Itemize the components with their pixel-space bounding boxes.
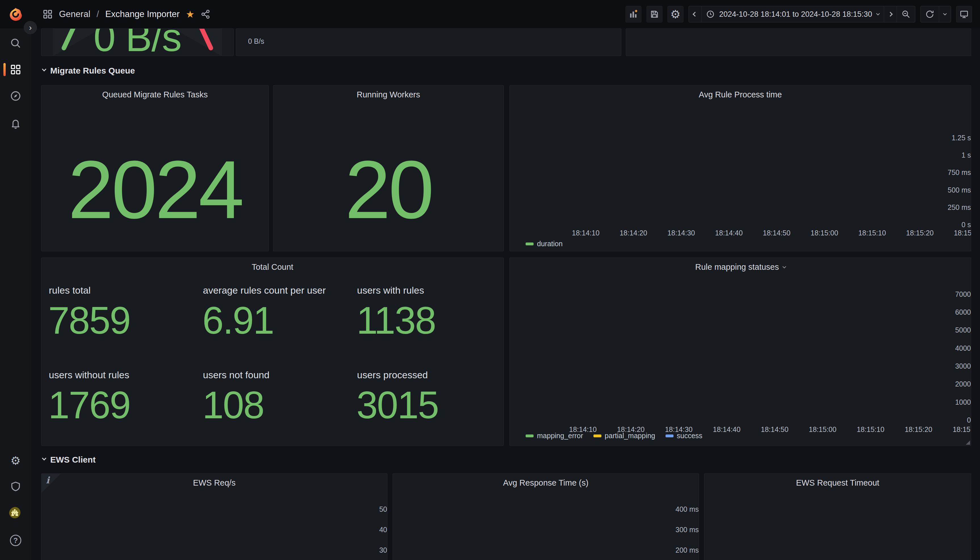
legend-item-success[interactable]: success [666, 432, 703, 440]
x-tick: 18:15:10 [858, 229, 886, 237]
breadcrumb-dashboard-title[interactable]: Exchange Importer [105, 9, 179, 19]
chevron-right-icon: › [29, 23, 32, 32]
ews-req-chart[interactable] [60, 489, 383, 560]
panel-title[interactable]: EWS Request Timeout [704, 478, 971, 488]
sidebar-item-configuration[interactable]: ⚙ [9, 454, 22, 467]
panel-title[interactable]: Rule mapping statuses [510, 262, 971, 272]
sidebar-item-server-admin[interactable] [9, 480, 22, 493]
panel-title[interactable]: Running Workers [273, 90, 503, 99]
stat-cell-users-not-found: users not found 108 [196, 358, 350, 446]
panel-title[interactable]: Avg Rule Process time [510, 90, 971, 99]
legend-label: success [677, 432, 703, 440]
section-row-ews-client[interactable]: EWS Client [43, 455, 96, 465]
panel-ews-request-timeout: EWS Request Timeout [704, 473, 971, 560]
legend-item-mapping-error[interactable]: mapping_error [526, 432, 583, 440]
network-rate-chart[interactable] [270, 37, 619, 48]
avg-rule-process-time-chart[interactable] [544, 128, 967, 225]
breadcrumb-separator: / [96, 9, 99, 19]
section-row-migrate-rules-queue[interactable]: Migrate Rules Queue [43, 66, 135, 75]
breadcrumb: General / Exchange Importer ★ [43, 0, 210, 28]
legend-swatch [593, 435, 601, 437]
panel-resize-handle[interactable] [966, 440, 970, 445]
y-axis-label: 0 B/s [248, 37, 264, 45]
chevron-down-icon [42, 456, 47, 460]
zoom-out-time-button[interactable] [897, 6, 915, 22]
stat-cell-average-rules-per-user: average rules count per user 6.91 [196, 273, 350, 358]
x-axis-ticks: 18:14:1018:14:2018:14:3018:14:4018:14:50… [572, 229, 971, 237]
refresh-button[interactable] [921, 6, 939, 22]
sidebar-item-search[interactable] [9, 37, 22, 50]
sidebar-item-explore[interactable] [9, 90, 22, 103]
panel-title-text: Rule mapping statuses [695, 262, 779, 272]
x-tick: 18:15:30 [954, 229, 971, 237]
stat-cell-users-with-rules: users with rules 1138 [350, 273, 504, 358]
stat-sparkline [196, 321, 350, 358]
sidebar-item-profile[interactable] [9, 507, 22, 520]
clock-icon [706, 10, 715, 18]
time-picker-group: 2024-10-28 18:14:01 to 2024-10-28 18:15:… [689, 6, 915, 22]
save-dashboard-button[interactable] [646, 6, 663, 22]
gear-icon: ⚙ [10, 455, 21, 466]
share-icon[interactable] [201, 9, 210, 19]
nav-actions: ⚙ 2024-10-28 18:14:01 to 2024-10-28 18:1… [626, 0, 972, 28]
time-shift-back-button[interactable] [689, 6, 701, 22]
sidebar-item-dashboards[interactable] [9, 63, 22, 76]
legend-swatch [526, 435, 533, 437]
x-tick: 18:15:00 [811, 229, 838, 237]
gear-icon: ⚙ [670, 8, 681, 20]
stat-value: 20 [273, 142, 503, 237]
stat-label: users without rules [49, 370, 129, 380]
x-tick: 18:14:20 [620, 229, 647, 237]
refresh-interval-button[interactable] [939, 6, 951, 22]
legend-item-duration[interactable]: duration [526, 240, 563, 248]
chart-legend: mapping_error partial_mapping success [526, 432, 703, 440]
panel-empty [626, 28, 971, 56]
stat-label: average rules count per user [203, 285, 326, 296]
add-panel-button[interactable] [626, 6, 641, 22]
avg-response-time-chart[interactable] [425, 489, 695, 560]
x-tick: 18:15:20 [905, 425, 932, 433]
x-tick: 18:15:00 [809, 425, 836, 433]
stat-sparkline [42, 200, 269, 251]
x-tick: 18:14:50 [761, 425, 789, 433]
x-tick: 18:15:20 [906, 229, 933, 237]
rule-mapping-statuses-chart[interactable] [541, 284, 967, 420]
kiosk-mode-button[interactable] [956, 6, 972, 22]
panel-title[interactable]: EWS Req/s [42, 478, 387, 488]
panel-title[interactable]: Total Count [42, 262, 503, 272]
breadcrumb-folder[interactable]: General [59, 9, 90, 19]
refresh-group [920, 6, 951, 22]
x-tick: 18:14:50 [763, 229, 791, 237]
x-tick: 18:15:10 [857, 425, 884, 433]
help-icon: ? [10, 535, 21, 546]
monitor-icon [960, 10, 968, 19]
top-nav: General / Exchange Importer ★ [0, 0, 980, 28]
favorite-star-icon[interactable]: ★ [186, 9, 194, 19]
sidebar-item-help[interactable]: ? [9, 534, 22, 547]
stat-sparkline [273, 227, 503, 251]
sidebar-expand-button[interactable]: › [24, 21, 37, 34]
stat-cell-users-processed: users processed 3015 [350, 358, 504, 446]
x-tick: 18:15:30 [953, 425, 971, 433]
shield-icon [10, 481, 21, 492]
legend-label: mapping_error [537, 432, 583, 440]
time-range-button[interactable]: 2024-10-28 18:14:01 to 2024-10-28 18:15:… [701, 6, 884, 22]
time-shift-forward-button[interactable] [884, 6, 897, 22]
panel-title[interactable]: Avg Response Time (s) [393, 478, 699, 488]
section-title: EWS Client [50, 455, 96, 465]
panel-running-workers: Running Workers 20 [273, 85, 504, 251]
panel-network-rate: 0 B/s 18:14:1018:14:2018:14:3018:14:4018… [236, 28, 621, 56]
panel-total-count: Total Count rules total 7859 average rul… [41, 258, 504, 446]
legend-label: partial_mapping [605, 432, 655, 440]
x-tick: 18:14:30 [667, 229, 695, 237]
grafana-logo[interactable] [8, 7, 23, 22]
legend-item-partial-mapping[interactable]: partial_mapping [593, 432, 655, 440]
dashboards-grid-icon [43, 9, 53, 19]
chart-legend: duration [526, 240, 563, 248]
panel-ews-req-s: i EWS Req/s 504030 [41, 473, 387, 560]
dashboard-settings-button[interactable]: ⚙ [668, 6, 683, 22]
panel-title[interactable]: Queued Migrate Rules Tasks [42, 90, 269, 99]
stat-label: users not found [203, 370, 269, 380]
sidebar-item-alerting[interactable] [9, 117, 22, 130]
legend-label: duration [537, 240, 563, 248]
